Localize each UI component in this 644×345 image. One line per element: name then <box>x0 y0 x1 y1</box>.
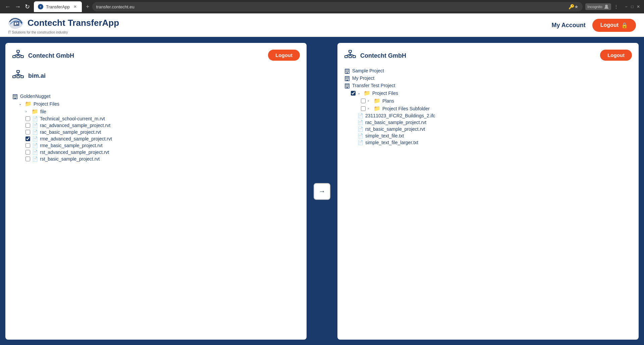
file-icon-left-1: 📄 <box>32 123 38 128</box>
right-file-label-4: simple_text_file_larger.txt <box>365 140 418 145</box>
left-panel-logout-button[interactable]: Logout <box>268 50 300 61</box>
folder-icon-left-sub: 📁 <box>32 108 38 115</box>
browser-tab[interactable]: T TransferApp ✕ <box>34 1 82 12</box>
svg-rect-3 <box>17 22 18 24</box>
left-file-label-6: rst_basic_sample_project.rvt <box>40 156 100 162</box>
right-file-row-0[interactable]: 📄 23111023_IFCR2_Buildings_2.ifc <box>358 112 632 119</box>
menu-icon[interactable]: ⋮ <box>614 4 619 9</box>
right-folder1-row[interactable]: ⌄ 📁 Project Files <box>351 89 632 97</box>
right-panel: Contecht GmbH Logout Sample Project My P… <box>337 43 639 340</box>
right-panel-header: Contecht GmbH Logout <box>344 50 632 62</box>
left-file-checkbox-1[interactable] <box>25 123 30 128</box>
right-plans-label: Plans <box>382 98 394 104</box>
left-subfolder-container: › 📁 file <box>25 108 300 115</box>
left-panel: Contecht GmbH bim.ai Logout <box>5 43 307 340</box>
svg-rect-50 <box>346 84 346 85</box>
left-project-label: GoldenNugget <box>20 94 50 99</box>
right-folder1-checkbox[interactable] <box>351 91 356 96</box>
file-icon-left-0: 📄 <box>32 116 38 121</box>
logo-icon <box>8 16 25 30</box>
folder-icon-right-plans: 📁 <box>374 98 380 104</box>
svg-rect-26 <box>349 50 352 52</box>
svg-rect-11 <box>17 70 19 72</box>
close-btn[interactable]: ✕ <box>636 4 641 9</box>
right-project1-label: Sample Project <box>352 68 384 73</box>
back-btn[interactable]: ← <box>3 3 12 11</box>
left-folder1-label: Project Files <box>34 101 59 107</box>
right-subfolder2-checkbox[interactable] <box>361 106 366 111</box>
left-file-row-3[interactable]: 📄 rme_advanced_sample_project.rvt <box>25 135 300 142</box>
reload-btn[interactable]: ↻ <box>23 2 31 11</box>
transfer-btn-container: → <box>312 43 332 340</box>
file-icon-right-2: 📄 <box>358 126 363 132</box>
left-file-row-4[interactable]: 📄 rme_basic_sample_project.rvt <box>25 142 300 149</box>
left-file-row-6[interactable]: 📄 rst_basic_sample_project.rvt <box>25 156 300 162</box>
transfer-arrow-icon: → <box>319 187 325 195</box>
svg-rect-27 <box>345 56 347 58</box>
svg-rect-56 <box>346 87 348 88</box>
transfer-button[interactable]: → <box>314 183 330 200</box>
forward-btn[interactable]: → <box>13 3 22 11</box>
left-file-checkbox-5[interactable] <box>25 150 30 155</box>
left-file-label-3: rme_advanced_sample_project.rvt <box>40 136 112 141</box>
right-plans-row[interactable]: › 📁 Plans <box>361 97 632 105</box>
right-project1-row[interactable]: Sample Project <box>344 67 632 74</box>
svg-rect-14 <box>21 76 23 78</box>
right-project2-row[interactable]: My Project <box>344 74 632 82</box>
right-file-row-2[interactable]: 📄 rst_basic_sample_project.rvt <box>358 126 632 132</box>
left-file-checkbox-2[interactable] <box>25 130 30 134</box>
left-file-label-0: Technical_school-current_m.rvt <box>40 116 105 121</box>
right-panel-logout-button[interactable]: Logout <box>600 50 632 61</box>
right-plans-container: › 📁 Plans <box>361 97 632 105</box>
maximize-btn[interactable]: □ <box>630 4 635 9</box>
app-header: Contecht TransferApp IT Solutions for th… <box>0 13 644 38</box>
folder-icon-left1: 📁 <box>25 101 32 107</box>
svg-rect-51 <box>347 84 347 85</box>
right-subfolder2-row[interactable]: › 📁 Project Files Subfolder <box>361 105 632 112</box>
left-panel-header: Contecht GmbH bim.ai Logout <box>12 50 300 87</box>
left-file-row-0[interactable]: 📄 Technical_school-current_m.rvt <box>25 115 300 122</box>
right-file-label-1: rac_basic_sample_project.rvt <box>365 120 426 125</box>
svg-rect-35 <box>347 70 347 70</box>
star-icon[interactable]: ★ <box>574 4 579 9</box>
right-file-row-1[interactable]: 📄 rac_basic_sample_project.rvt <box>358 119 632 126</box>
left-project-files-container: ⌄ 📁 Project Files › 📁 file 📄 <box>19 100 300 162</box>
right-project3-row[interactable]: Transfer Test Project <box>344 82 632 89</box>
minimize-btn[interactable]: − <box>624 4 629 9</box>
right-file-row-4[interactable]: 📄 simple_text_file_larger.txt <box>358 139 632 146</box>
new-tab-btn[interactable]: + <box>86 3 90 10</box>
right-files-container: 📄 23111023_IFCR2_Buildings_2.ifc 📄 rac_b… <box>358 112 632 146</box>
left-files-container: 📄 Technical_school-current_m.rvt 📄 rac_a… <box>25 115 300 162</box>
file-icon-right-4: 📄 <box>358 140 363 145</box>
svg-rect-6 <box>17 56 19 58</box>
file-icon-left-3: 📄 <box>32 136 38 141</box>
network-icon-left1 <box>12 50 24 62</box>
right-subfolder2-label: Project Files Subfolder <box>382 106 430 111</box>
left-folder-row[interactable]: ⌄ 📁 Project Files <box>19 100 300 108</box>
left-org2-row: bim.ai <box>12 70 300 82</box>
incognito-icon <box>604 4 609 9</box>
logo-main: Contecht TransferApp <box>8 16 119 30</box>
left-file-row-5[interactable]: 📄 rst_advanced_sample_project.rvt <box>25 149 300 156</box>
svg-rect-44 <box>348 77 348 78</box>
left-org2-name: bim.ai <box>28 72 46 79</box>
left-file-checkbox-0[interactable] <box>25 116 30 121</box>
left-file-checkbox-3[interactable] <box>25 136 30 141</box>
my-account-link[interactable]: My Account <box>551 22 585 29</box>
svg-rect-12 <box>13 76 15 78</box>
right-plans-checkbox[interactable] <box>361 99 366 103</box>
tab-close-btn[interactable]: ✕ <box>72 4 78 9</box>
svg-rect-36 <box>348 70 348 70</box>
left-subfolder-row[interactable]: › 📁 file <box>25 108 300 115</box>
left-file-row-1[interactable]: 📄 rac_advanced_sample_project.rvt <box>25 122 300 129</box>
left-file-row-2[interactable]: 📄 rac_basic_sample_project.rvt <box>25 129 300 135</box>
right-file-row-3[interactable]: 📄 simple_text_file.txt <box>358 132 632 139</box>
left-file-label-5: rst_advanced_sample_project.rvt <box>40 150 109 155</box>
header-logout-button[interactable]: Logout 🔒 <box>592 19 636 32</box>
left-subfolder-label: file <box>40 109 46 114</box>
left-project-row[interactable]: GoldenNugget <box>12 93 300 100</box>
chevron-right-left: › <box>25 110 30 113</box>
left-file-checkbox-6[interactable] <box>25 157 30 161</box>
left-file-checkbox-4[interactable] <box>25 143 30 148</box>
address-bar[interactable]: transfer.contecht.eu 🔑 ★ <box>92 2 583 11</box>
